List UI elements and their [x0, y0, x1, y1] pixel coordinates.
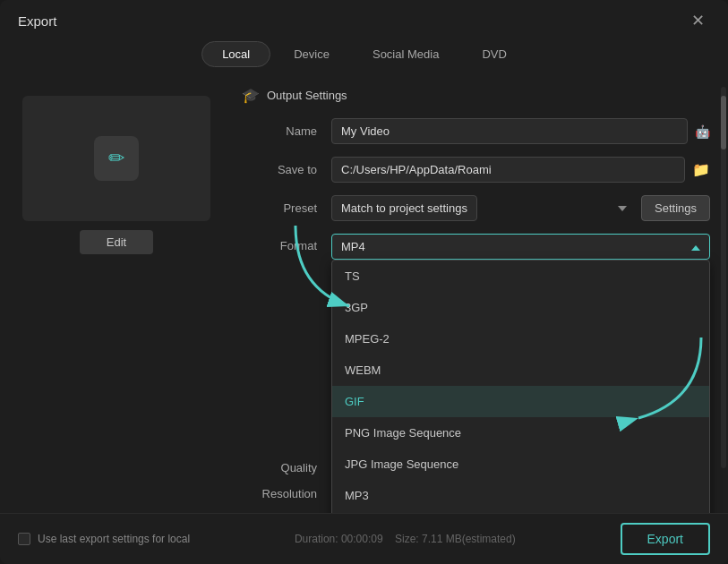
- format-dropdown: TS 3GP MPEG-2 WEBM GIF PNG Image Sequenc…: [331, 260, 710, 513]
- content-area: ✏ Edit 🎓 Output Settings Name 🤖 Save to: [0, 78, 728, 513]
- preview-icon: ✏: [94, 136, 139, 181]
- tab-dvd[interactable]: DVD: [462, 41, 526, 67]
- use-last-settings: Use last export settings for local: [18, 533, 190, 545]
- format-option-gif[interactable]: GIF: [332, 386, 709, 417]
- save-to-wrapper: 📁: [331, 157, 710, 183]
- format-selected-value: MP4: [341, 240, 365, 253]
- name-input[interactable]: [331, 118, 688, 144]
- right-panel: 🎓 Output Settings Name 🤖 Save to 📁: [233, 78, 728, 513]
- left-panel: ✏ Edit: [0, 78, 233, 513]
- duration-text: Duration: 00:00:09: [295, 533, 383, 545]
- preset-wrapper: Match to project settings Settings: [331, 195, 710, 221]
- tab-device[interactable]: Device: [274, 41, 349, 67]
- preset-select-wrapper: Match to project settings: [331, 195, 634, 221]
- scrollbar[interactable]: [721, 87, 726, 468]
- output-settings-header: 🎓 Output Settings: [242, 87, 710, 104]
- format-select-wrapper: MP4 TS 3GP MPEG-2 WEBM GIF PNG Image Seq…: [331, 234, 710, 260]
- bottom-bar: Use last export settings for local Durat…: [0, 513, 728, 564]
- format-option-mp3[interactable]: MP3: [332, 480, 709, 511]
- save-to-row: Save to 📁: [242, 157, 710, 183]
- size-text: Size: 7.11 MB(estimated): [395, 533, 516, 545]
- ai-icon[interactable]: 🤖: [695, 124, 710, 139]
- save-to-input[interactable]: [331, 157, 685, 183]
- preset-row: Preset Match to project settings Setting…: [242, 195, 710, 221]
- preset-label: Preset: [242, 201, 331, 215]
- scrollbar-thumb[interactable]: [721, 96, 726, 150]
- window-title: Export: [18, 13, 56, 29]
- resolution-label: Resolution: [242, 487, 331, 500]
- tab-bar: Local Device Social Media DVD: [0, 38, 728, 78]
- format-option-jpg[interactable]: JPG Image Sequence: [332, 449, 709, 480]
- quality-label: Quality: [242, 461, 331, 474]
- duration-size-info: Duration: 00:00:09 Size: 7.11 MB(estimat…: [295, 533, 516, 545]
- title-bar: Export ✕: [0, 0, 728, 38]
- folder-icon[interactable]: 📁: [692, 161, 710, 178]
- format-select-button[interactable]: MP4: [331, 234, 710, 260]
- format-option-wav[interactable]: WAV: [332, 511, 709, 513]
- format-option-png[interactable]: PNG Image Sequence: [332, 417, 709, 449]
- name-input-wrapper: 🤖: [331, 118, 710, 144]
- save-to-label: Save to: [242, 163, 331, 176]
- name-label: Name: [242, 124, 331, 138]
- settings-button[interactable]: Settings: [641, 195, 710, 221]
- export-window: Export ✕ Local Device Social Media DVD ✏…: [0, 0, 728, 564]
- preset-chevron-icon: [618, 201, 627, 217]
- edit-button[interactable]: Edit: [80, 230, 153, 254]
- name-row: Name 🤖: [242, 118, 710, 144]
- format-option-3gp[interactable]: 3GP: [332, 292, 709, 323]
- format-chevron-icon: [691, 240, 700, 253]
- format-row: Format MP4 TS 3GP MPEG-2 WEBM GIF PNG Im…: [242, 234, 710, 260]
- use-last-settings-label: Use last export settings for local: [38, 533, 190, 545]
- tab-local[interactable]: Local: [201, 41, 270, 67]
- format-option-mpeg2[interactable]: MPEG-2: [332, 323, 709, 355]
- tab-social-media[interactable]: Social Media: [353, 41, 458, 67]
- preset-select[interactable]: Match to project settings: [331, 195, 477, 221]
- preview-box: ✏: [22, 96, 210, 221]
- export-button[interactable]: Export: [621, 523, 710, 555]
- output-settings-label: Output Settings: [267, 89, 347, 102]
- output-settings-icon: 🎓: [242, 87, 260, 104]
- close-button[interactable]: ✕: [686, 11, 710, 30]
- use-last-settings-checkbox[interactable]: [18, 533, 30, 545]
- format-label: Format: [242, 239, 331, 252]
- format-option-webm[interactable]: WEBM: [332, 355, 709, 386]
- format-option-ts[interactable]: TS: [332, 261, 709, 292]
